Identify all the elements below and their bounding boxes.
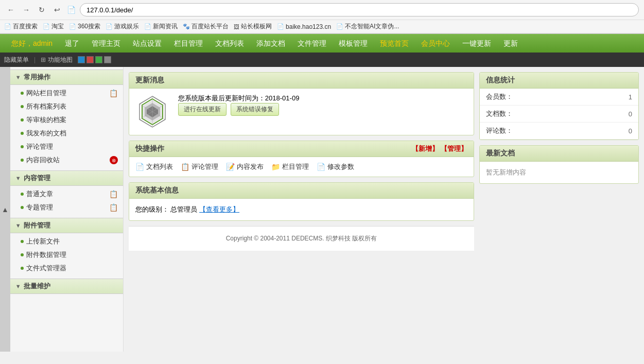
bookmark-template[interactable]: 🖼 站长模板网 [234,22,272,31]
sidebar-item-recycle[interactable]: 内容回收站 ⊗ [10,153,123,167]
logo-svg [134,94,170,130]
dede-logo [134,94,170,130]
nav-docs-list[interactable]: 文档列表 [209,34,250,53]
sidebar-group-title-attachment-mgmt[interactable]: ▼ 附件管理 [10,218,123,233]
bookmark-360[interactable]: 📄 360搜索 [69,22,100,31]
sidebar-group-title-content-mgmt[interactable]: ▼ 内容管理 [10,170,123,186]
stats-label-comments: 评论数： [480,123,592,140]
forward-button[interactable]: → [21,4,32,15]
sidebar-collapse-btn[interactable]: ▲ [0,67,10,352]
stats-row-comments: 评论数： 0 [480,123,638,140]
color-box-blue[interactable] [78,56,85,63]
bookmark-baidusearch[interactable]: 📄 百度搜索 [4,22,38,31]
error-fix-btn[interactable]: 系统错误修复 [231,103,279,116]
browser-toolbar: ← → ↻ ↩ 📄 [0,0,644,20]
edit-icon[interactable]: 📋 [109,203,118,212]
bookmark-baidu-webmaster[interactable]: 🐾 百度站长平台 [183,22,229,31]
latest-docs-header: 最新文档 [480,146,638,162]
nav-preview[interactable]: 预览首页 [374,34,415,53]
refresh-button[interactable]: ↻ [36,4,47,15]
quick-ops-title: 快捷操作 [135,144,164,153]
bookmark-game[interactable]: 📄 游戏娱乐 [106,22,139,31]
color-box-red[interactable] [86,56,94,63]
nav-update[interactable]: 更新 [497,34,524,53]
nav-columns[interactable]: 栏目管理 [168,34,209,53]
sidebar-items-content-mgmt: 普通文章 📋 专题管理 📋 [10,186,123,216]
sidebar-items-common-ops: 网站栏目管理 📋 所有档案列表 等审核的档案 我发布的文档 [10,85,123,168]
bookmark-icon: 📄 [43,23,50,30]
secondary-bar: 隐藏菜单 | ⊞ 功能地图 [0,53,644,67]
cms-footer: Copyright © 2004-2011 DEDECMS. 织梦科技 版权所有 [129,226,474,251]
edit-icon[interactable]: 📋 [109,89,118,97]
publish-icon: 📝 [226,163,235,171]
hide-menu-btn[interactable]: 隐藏菜单 [4,56,29,64]
bookmark-icon: 📄 [4,23,11,30]
quick-op-comment-mgmt[interactable]: 📋 评论管理 [181,162,218,171]
stats-value-docs: 0 [592,106,638,123]
sidebar-item-my-docs[interactable]: 我发布的文档 [10,127,123,140]
stats-label-docs: 文档数： [480,106,592,123]
sidebar-item-attachment-data[interactable]: 附件数据管理 [10,248,123,262]
stop-button[interactable]: ↩ [51,4,63,15]
online-update-btn[interactable]: 进行在线更新 [178,103,227,116]
latest-docs-body: 暂无新增内容 [480,162,638,183]
edit-icon[interactable]: 📋 [109,190,118,198]
dot-icon [21,118,24,122]
column-icon: 📁 [271,163,280,171]
sidebar-item-all-archives[interactable]: 所有档案列表 [10,100,123,113]
func-map-btn: ⊞ 功能地图 [41,56,73,64]
quick-op-column-mgmt[interactable]: 📁 栏目管理 [271,162,309,171]
sys-info-more-link[interactable]: 【查看更多】 [199,205,239,213]
bookmark-icon: 📄 [277,23,284,30]
sidebar-item-upload[interactable]: 上传新文件 [10,235,123,248]
nav-file-mgmt[interactable]: 文件管理 [291,34,333,53]
nav-member[interactable]: 会员中心 [415,34,456,53]
quick-op-doc-list[interactable]: 📄 文档列表 [135,162,173,171]
dot-icon [21,105,24,108]
quick-op-params[interactable]: 📄 修改参数 [317,162,354,171]
sidebar-item-file-mgr[interactable]: 文件式管理器 [10,262,123,275]
sidebar-item-pending-review[interactable]: 等审核的档案 [10,113,123,127]
dot-icon [21,253,24,256]
new-link[interactable]: 【新增】 [412,145,439,152]
main-left: 更新消息 [129,72,474,346]
sidebar-item-column-mgmt[interactable]: 网站栏目管理 📋 [10,86,123,100]
address-bar[interactable] [80,3,639,16]
bookmark-ai[interactable]: 📄 不念智能AI文章伪... [336,22,399,31]
stats-value-members: 1 [592,89,638,106]
sys-info-level-value: 总管理员 [170,205,197,213]
color-box-gray[interactable] [104,56,111,63]
stats-label-members: 会员数： [480,89,592,106]
bookmark-icon: 🖼 [234,24,239,30]
nav-home[interactable]: 管理主页 [85,34,127,53]
manage-link[interactable]: 【管理】 [441,145,467,152]
bookmark-baike[interactable]: 📄 baike.hao123.cn [277,23,331,30]
sys-info-level-label: 您的级别： [135,205,169,213]
dot-icon [21,267,24,270]
sys-info-body: 您的级别： 总管理员 【查看更多】 [129,199,474,220]
nav-site-settings[interactable]: 站点设置 [127,34,168,53]
quick-ops-links: 【新增】 【管理】 [412,144,467,153]
bookmark-news[interactable]: 📄 新闻资讯 [144,22,178,31]
back-button[interactable]: ← [5,4,16,15]
update-panel: 更新消息 [129,72,474,135]
sidebar-item-topics[interactable]: 专题管理 📋 [10,201,123,214]
sidebar-group-title-batch-maint[interactable]: ▼ 批量维护 [10,279,123,294]
latest-docs-empty-text: 暂无新增内容 [486,168,526,176]
stats-row-members: 会员数： 1 [480,89,638,106]
sidebar-group-title-common-ops[interactable]: ▼ 常用操作 [10,70,123,85]
nav-add-doc[interactable]: 添加文档 [250,34,291,53]
bookmark-taobao[interactable]: 📄 淘宝 [43,22,64,31]
sidebar-item-comments[interactable]: 评论管理 [10,140,123,153]
color-box-green[interactable] [95,56,102,63]
sidebar-item-articles[interactable]: 普通文章 📋 [10,187,123,201]
nav-one-click-update[interactable]: 一键更新 [456,34,497,53]
nav-template-mgmt[interactable]: 模板管理 [333,34,374,53]
nav-quit[interactable]: 退了 [59,34,85,53]
sidebar-group-content-mgmt: ▼ 内容管理 普通文章 📋 专题管理 📋 [10,170,123,216]
arrow-icon: ▼ [15,283,21,289]
quick-op-publish[interactable]: 📝 内容发布 [226,162,264,171]
greeting-text: 您好，admin [5,34,59,53]
dot-icon [21,206,24,209]
update-info: 您系统版本最后更新时间为：2018-01-09 进行在线更新 系统错误修复 [129,89,474,135]
